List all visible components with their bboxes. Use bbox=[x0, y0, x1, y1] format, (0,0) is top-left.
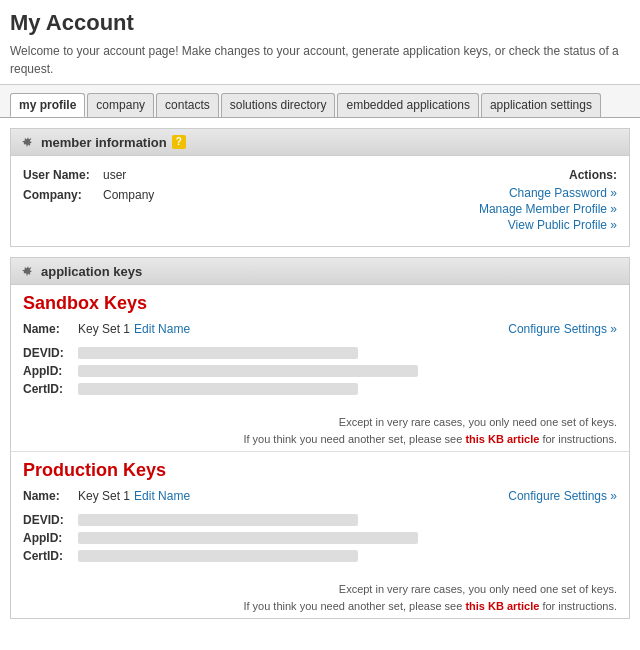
sandbox-keys-heading: Sandbox Keys bbox=[11, 285, 629, 318]
company-label: Company: bbox=[23, 188, 103, 202]
app-keys-gear-icon bbox=[19, 263, 35, 279]
member-information-section: member information ? User Name: user Com… bbox=[10, 128, 630, 247]
production-configure-link[interactable]: Configure Settings » bbox=[508, 489, 617, 503]
member-info-body: User Name: user Company: Company Actions… bbox=[11, 156, 629, 246]
sandbox-keys-body: Configure Settings » Name: Key Set 1 Edi… bbox=[11, 318, 629, 408]
page-header: My Account Welcome to your account page!… bbox=[0, 0, 640, 85]
tab-contacts[interactable]: contacts bbox=[156, 93, 219, 117]
production-note-text2: If you think you need another set, pleas… bbox=[243, 600, 465, 612]
tab-application-settings[interactable]: application settings bbox=[481, 93, 601, 117]
sandbox-name-row: Name: Key Set 1 Edit Name bbox=[23, 322, 508, 336]
member-info-content: User Name: user Company: Company Actions… bbox=[23, 168, 617, 234]
production-kb-article-link[interactable]: this KB article bbox=[465, 600, 539, 612]
member-info-header: member information ? bbox=[11, 129, 629, 156]
company-row: Company: Company bbox=[23, 188, 417, 202]
sandbox-appid-label: AppID: bbox=[23, 364, 78, 378]
sandbox-appid-row: AppID: bbox=[23, 364, 617, 378]
tab-solutions-directory[interactable]: solutions directory bbox=[221, 93, 336, 117]
production-note-text3: for instructions. bbox=[542, 600, 617, 612]
sandbox-name-label: Name: bbox=[23, 322, 78, 336]
production-keys-heading: Production Keys bbox=[11, 452, 629, 485]
production-name-label: Name: bbox=[23, 489, 78, 503]
page-subtitle: Welcome to your account page! Make chang… bbox=[10, 42, 630, 78]
production-appid-value bbox=[78, 532, 418, 544]
sandbox-key-set-label: Key Set 1 bbox=[78, 322, 130, 336]
tabs-bar: my profile company contacts solutions di… bbox=[0, 85, 640, 118]
tab-my-profile[interactable]: my profile bbox=[10, 93, 85, 117]
username-label: User Name: bbox=[23, 168, 103, 182]
production-certid-row: CertID: bbox=[23, 549, 617, 563]
sandbox-configure-link[interactable]: Configure Settings » bbox=[508, 322, 617, 336]
page-title: My Account bbox=[10, 10, 630, 36]
app-keys-body: Sandbox Keys Configure Settings » Name: … bbox=[11, 285, 629, 618]
member-fields: User Name: user Company: Company bbox=[23, 168, 417, 208]
change-password-link[interactable]: Change Password » bbox=[417, 186, 617, 200]
tab-embedded-applications[interactable]: embedded applications bbox=[337, 93, 478, 117]
actions-label: Actions: bbox=[417, 168, 617, 182]
production-certid-value bbox=[78, 550, 358, 562]
production-certid-label: CertID: bbox=[23, 549, 78, 563]
production-devid-label: DEVID: bbox=[23, 513, 78, 527]
sandbox-note-text2: If you think you need another set, pleas… bbox=[243, 433, 465, 445]
help-icon[interactable]: ? bbox=[172, 135, 186, 149]
actions-column: Actions: Change Password » Manage Member… bbox=[417, 168, 617, 234]
production-keys-body: Configure Settings » Name: Key Set 1 Edi… bbox=[11, 485, 629, 575]
sandbox-edit-name-link[interactable]: Edit Name bbox=[134, 322, 190, 336]
production-appid-row: AppID: bbox=[23, 531, 617, 545]
production-note-text1: Except in very rare cases, you only need… bbox=[339, 583, 617, 595]
application-keys-section: application keys Sandbox Keys Configure … bbox=[10, 257, 630, 619]
production-devid-row: DEVID: bbox=[23, 513, 617, 527]
member-info-title: member information bbox=[41, 135, 167, 150]
sandbox-devid-row: DEVID: bbox=[23, 346, 617, 360]
manage-member-profile-link[interactable]: Manage Member Profile » bbox=[417, 202, 617, 216]
view-public-profile-link[interactable]: View Public Profile » bbox=[417, 218, 617, 232]
sandbox-note-text1: Except in very rare cases, you only need… bbox=[339, 416, 617, 428]
username-value: user bbox=[103, 168, 126, 182]
sandbox-devid-label: DEVID: bbox=[23, 346, 78, 360]
production-name-row: Name: Key Set 1 Edit Name bbox=[23, 489, 508, 503]
sandbox-certid-row: CertID: bbox=[23, 382, 617, 396]
production-devid-value bbox=[78, 514, 358, 526]
production-edit-name-link[interactable]: Edit Name bbox=[134, 489, 190, 503]
production-appid-label: AppID: bbox=[23, 531, 78, 545]
production-keys-note: Except in very rare cases, you only need… bbox=[11, 575, 629, 618]
gear-icon bbox=[19, 134, 35, 150]
sandbox-certid-label: CertID: bbox=[23, 382, 78, 396]
sandbox-devid-value bbox=[78, 347, 358, 359]
app-keys-header: application keys bbox=[11, 258, 629, 285]
app-keys-title: application keys bbox=[41, 264, 142, 279]
sandbox-note-text3: for instructions. bbox=[542, 433, 617, 445]
sandbox-appid-value bbox=[78, 365, 418, 377]
username-row: User Name: user bbox=[23, 168, 417, 182]
production-key-set-label: Key Set 1 bbox=[78, 489, 130, 503]
tab-company[interactable]: company bbox=[87, 93, 154, 117]
sandbox-certid-value bbox=[78, 383, 358, 395]
sandbox-keys-note: Except in very rare cases, you only need… bbox=[11, 408, 629, 451]
company-value: Company bbox=[103, 188, 154, 202]
sandbox-kb-article-link[interactable]: this KB article bbox=[465, 433, 539, 445]
